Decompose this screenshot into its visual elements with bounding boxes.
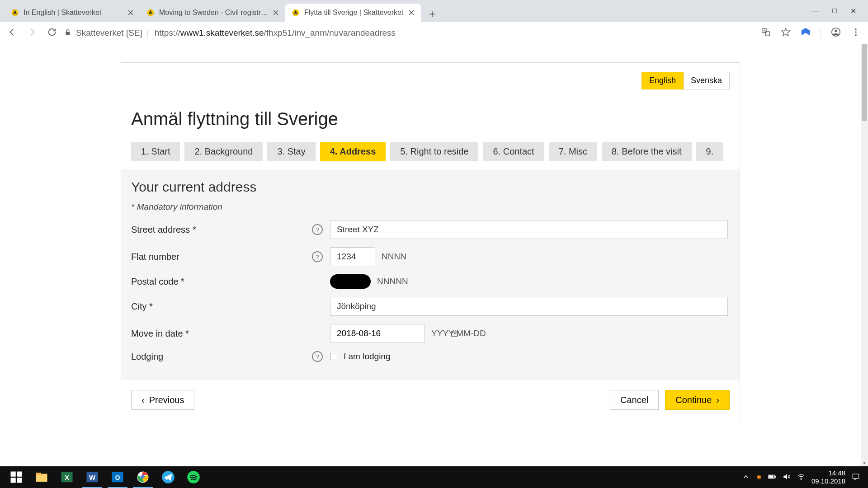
tray-chevron-icon[interactable] <box>742 473 750 482</box>
browser-tab-0[interactable]: In English | Skatteverket <box>5 4 140 22</box>
tray-date: 09.10.2018 <box>811 477 845 485</box>
lock-icon <box>64 28 71 38</box>
step-7[interactable]: 7. Misc <box>549 142 597 161</box>
chevron-left-icon: ‹ <box>142 395 145 405</box>
close-icon[interactable]: ✕ <box>850 7 856 15</box>
svg-marker-42 <box>783 474 787 479</box>
back-icon[interactable] <box>7 27 17 39</box>
postal-input-redacted[interactable] <box>330 274 371 289</box>
extension-icon[interactable] <box>801 27 811 39</box>
field-movein: Move in date * YYYY-MM-DD <box>131 324 730 343</box>
help-icon[interactable]: ? <box>312 224 323 235</box>
browser-tab-2[interactable]: Flytta till Sverige | Skatteverket <box>285 4 421 22</box>
field-label: Lodging <box>131 352 312 362</box>
city-input[interactable] <box>330 297 728 316</box>
telegram-icon[interactable] <box>156 466 181 488</box>
svg-rect-24 <box>17 472 22 477</box>
chrome-icon[interactable] <box>130 466 156 488</box>
outlook-icon[interactable]: O <box>105 466 130 488</box>
lang-english-button[interactable]: English <box>642 72 684 89</box>
step-8[interactable]: 8. Before the visit <box>602 142 692 161</box>
field-label: Move in date * <box>131 328 312 339</box>
svg-point-15 <box>835 29 837 32</box>
svg-rect-25 <box>11 478 16 483</box>
close-icon[interactable] <box>127 9 134 16</box>
spotify-icon[interactable] <box>181 466 206 488</box>
page-viewport: English Svenska Anmäl flyttning till Sve… <box>0 44 861 488</box>
page-title: Anmäl flyttning till Sverige <box>131 109 740 129</box>
svg-marker-12 <box>782 28 790 36</box>
forward-icon[interactable] <box>27 27 37 39</box>
volume-icon[interactable] <box>783 473 791 482</box>
system-tray: ✱ 14:48 09.10.2018 <box>742 469 864 485</box>
help-icon[interactable]: ? <box>312 351 323 362</box>
minimize-icon[interactable]: — <box>811 7 819 15</box>
step-2[interactable]: 2. Background <box>184 142 263 161</box>
favicon-icon <box>292 9 300 17</box>
step-6[interactable]: 6. Contact <box>483 142 544 161</box>
movein-date-input[interactable] <box>330 324 425 343</box>
action-center-icon[interactable] <box>852 473 860 482</box>
section-title: Your current address <box>131 179 730 195</box>
file-explorer-icon[interactable] <box>29 466 54 488</box>
tray-time: 14:48 <box>811 469 845 477</box>
star-icon[interactable] <box>781 27 791 39</box>
format-hint: NNNN <box>382 252 406 262</box>
svg-text:O: O <box>115 474 120 481</box>
lang-svenska-button[interactable]: Svenska <box>684 72 730 89</box>
profile-icon[interactable] <box>831 27 841 39</box>
wifi-icon[interactable] <box>797 473 805 482</box>
svg-rect-27 <box>36 474 47 482</box>
close-icon[interactable] <box>273 9 279 16</box>
address-bar[interactable]: Skatteverket [SE] | https://www1.skattev… <box>64 28 754 38</box>
reload-icon[interactable] <box>47 27 57 39</box>
svg-point-45 <box>801 479 802 480</box>
step-4[interactable]: 4. Address <box>320 142 386 161</box>
button-label: Cancel <box>620 395 648 405</box>
step-5[interactable]: 5. Right to reside <box>390 142 478 161</box>
word-icon[interactable]: W <box>80 466 105 488</box>
svg-point-18 <box>855 34 857 36</box>
scrollbar[interactable]: ▲ ▼ <box>861 44 868 466</box>
scroll-thumb[interactable] <box>862 44 867 121</box>
street-input[interactable] <box>330 220 728 239</box>
form-section: Your current address * Mandatory informa… <box>121 169 740 380</box>
flat-input[interactable] <box>330 247 375 266</box>
excel-icon[interactable]: X <box>54 466 80 488</box>
tray-app-icon[interactable]: ✱ <box>756 474 762 481</box>
format-hint: YYYY-MM-DD <box>431 328 486 338</box>
tab-label: In English | Skatteverket <box>24 9 123 17</box>
svg-rect-46 <box>853 474 859 479</box>
field-lodging: Lodging ? I am lodging <box>131 351 730 362</box>
previous-button[interactable]: ‹ Previous <box>131 390 194 410</box>
close-icon[interactable] <box>408 9 415 16</box>
battery-icon[interactable] <box>768 473 776 482</box>
continue-button[interactable]: Continue › <box>665 390 730 410</box>
step-3[interactable]: 3. Stay <box>267 142 315 161</box>
menu-icon[interactable] <box>851 27 861 39</box>
help-icon[interactable]: ? <box>312 251 323 262</box>
scroll-down-icon[interactable]: ▼ <box>861 459 868 466</box>
button-label: Previous <box>149 395 184 405</box>
tray-clock[interactable]: 14:48 09.10.2018 <box>811 469 845 485</box>
svg-rect-41 <box>769 475 773 478</box>
field-postal: Postal code * NNNNN <box>131 274 730 289</box>
browser-tab-1[interactable]: Moving to Sweden - Civil registr… <box>140 4 285 22</box>
cancel-button[interactable]: Cancel <box>610 390 659 410</box>
translate-icon[interactable] <box>761 27 771 39</box>
step-1[interactable]: 1. Start <box>131 142 180 161</box>
field-street: Street address * ? <box>131 220 730 239</box>
window-controls: — □ ✕ <box>811 0 868 22</box>
new-tab-button[interactable]: + <box>425 6 440 22</box>
svg-rect-23 <box>11 472 16 477</box>
tab-label: Moving to Sweden - Civil registr… <box>159 9 268 17</box>
step-9[interactable]: 9. <box>696 142 724 161</box>
maximize-icon[interactable]: □ <box>832 7 837 15</box>
start-button[interactable] <box>4 466 29 488</box>
windows-taskbar: X W O ✱ 14:48 09.10.2018 <box>0 466 868 488</box>
format-hint: NNNNN <box>377 277 408 286</box>
svg-marker-13 <box>802 28 810 35</box>
lodging-checkbox[interactable] <box>330 353 337 360</box>
field-city: City * <box>131 297 730 316</box>
field-label: Flat number <box>131 252 312 262</box>
